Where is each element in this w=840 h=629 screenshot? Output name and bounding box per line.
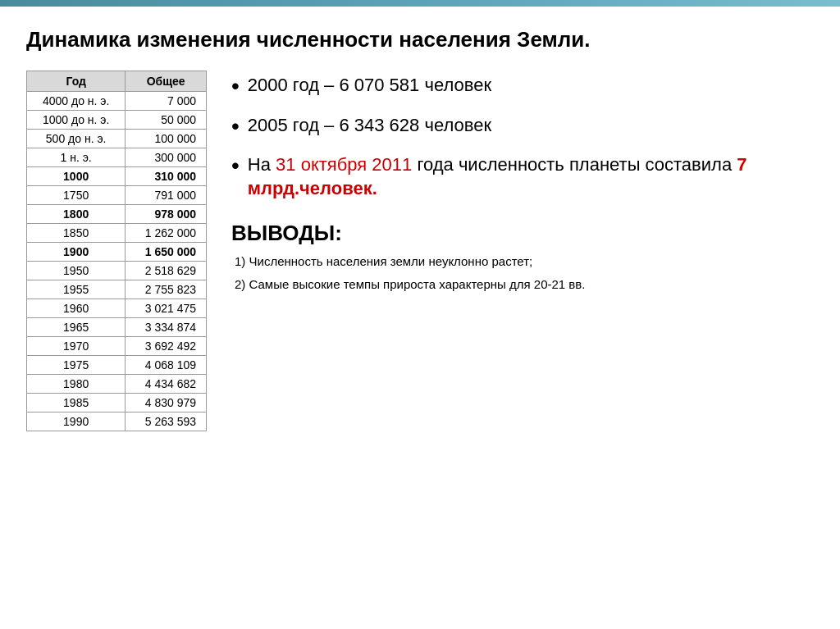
table-cell-value: 100 000 <box>126 129 207 148</box>
table-row: 1750791 000 <box>27 185 207 204</box>
table-cell-year: 1985 <box>27 393 126 412</box>
table-cell-year: 1000 до н. э. <box>27 110 126 129</box>
table-row: 1800978 000 <box>27 204 207 223</box>
table-row: 1 н. э.300 000 <box>27 148 207 166</box>
table-row: 19603 021 475 <box>27 299 207 317</box>
bullet-item-1: 2000 год – 6 070 581 человек <box>231 74 814 99</box>
table-row: 19905 263 593 <box>27 412 207 431</box>
table-row: 19754 068 109 <box>27 355 207 374</box>
table-cell-year: 1980 <box>27 374 126 393</box>
table-cell-year: 1950 <box>27 261 126 280</box>
table-cell-year: 1 н. э. <box>27 148 126 166</box>
table-cell-year: 1975 <box>27 355 126 374</box>
table-cell-value: 4 434 682 <box>126 374 207 393</box>
conclusion-item-2-text: 2) Самые высокие темпы прироста характер… <box>235 277 585 291</box>
table-cell-value: 4 830 979 <box>126 393 207 412</box>
table-cell-value: 2 755 823 <box>126 280 207 299</box>
conclusions-title: ВЫВОДЫ: <box>231 221 814 246</box>
table-cell-value: 978 000 <box>126 204 207 223</box>
table-cell-value: 310 000 <box>126 166 207 185</box>
table-row: 4000 до н. э.7 000 <box>27 91 207 110</box>
slide-container: Динамика изменения численности населения… <box>0 7 840 629</box>
table-cell-year: 1850 <box>27 223 126 242</box>
population-table: Год Общее 4000 до н. э.7 0001000 до н. э… <box>26 71 207 431</box>
table-cell-value: 300 000 <box>126 148 207 166</box>
bullet-item-2: 2005 год – 6 343 628 человек <box>231 114 814 139</box>
col-year-header: Год <box>27 71 126 91</box>
table-row: 19653 334 874 <box>27 317 207 336</box>
bullet-text-1: 2000 год – 6 070 581 человек <box>248 74 491 98</box>
table-cell-year: 1000 <box>27 166 126 185</box>
table-cell-value: 2 518 629 <box>126 261 207 280</box>
table-cell-year: 1970 <box>27 336 126 355</box>
table-cell-year: 4000 до н. э. <box>27 91 126 110</box>
table-row: 500 до н. э.100 000 <box>27 129 207 148</box>
table-cell-value: 3 334 874 <box>126 317 207 336</box>
bullet-item-3: На 31 октября 2011 года численность план… <box>231 153 814 200</box>
table-cell-year: 1965 <box>27 317 126 336</box>
top-bar <box>0 0 840 7</box>
conclusions-section: ВЫВОДЫ: 1) Численность населения земли н… <box>231 221 814 294</box>
table-row: 19804 434 682 <box>27 374 207 393</box>
table-cell-year: 1800 <box>27 204 126 223</box>
bullet3-red: 31 октября 2011 <box>276 154 412 175</box>
conclusions-list: 1) Численность населения земли неуклонно… <box>231 253 814 294</box>
table-row: 19502 518 629 <box>27 261 207 280</box>
table-cell-value: 791 000 <box>126 185 207 204</box>
content-area: Год Общее 4000 до н. э.7 0001000 до н. э… <box>26 71 814 431</box>
table-section: Год Общее 4000 до н. э.7 0001000 до н. э… <box>26 71 207 431</box>
bullet3-middle: года численность планеты составила <box>412 154 737 175</box>
table-cell-value: 3 021 475 <box>126 299 207 317</box>
table-cell-value: 5 263 593 <box>126 412 207 431</box>
table-row: 19854 830 979 <box>27 393 207 412</box>
table-cell-value: 3 692 492 <box>126 336 207 355</box>
bullet3-prefix: На <box>248 154 276 175</box>
right-section: 2000 год – 6 070 581 человек 2005 год – … <box>231 71 814 299</box>
table-cell-year: 1960 <box>27 299 126 317</box>
table-row: 19552 755 823 <box>27 280 207 299</box>
table-row: 19703 692 492 <box>27 336 207 355</box>
bullet-text-2: 2005 год – 6 343 628 человек <box>248 114 491 138</box>
table-cell-year: 1990 <box>27 412 126 431</box>
col-total-header: Общее <box>126 71 207 91</box>
page-title: Динамика изменения численности населения… <box>26 26 814 54</box>
table-cell-value: 4 068 109 <box>126 355 207 374</box>
table-cell-value: 7 000 <box>126 91 207 110</box>
bullet-text-3: На 31 октября 2011 года численность план… <box>248 153 814 200</box>
table-cell-year: 1955 <box>27 280 126 299</box>
table-row: 18501 262 000 <box>27 223 207 242</box>
table-cell-value: 1 262 000 <box>126 223 207 242</box>
bullet-list: 2000 год – 6 070 581 человек 2005 год – … <box>231 74 814 201</box>
conclusion-item-1: 1) Численность населения земли неуклонно… <box>231 253 814 271</box>
table-cell-value: 50 000 <box>126 110 207 129</box>
table-cell-value: 1 650 000 <box>126 242 207 261</box>
table-cell-year: 1900 <box>27 242 126 261</box>
table-cell-year: 500 до н. э. <box>27 129 126 148</box>
table-row: 19001 650 000 <box>27 242 207 261</box>
table-row: 1000310 000 <box>27 166 207 185</box>
table-row: 1000 до н. э.50 000 <box>27 110 207 129</box>
conclusion-item-2: 2) Самые высокие темпы прироста характер… <box>231 276 814 294</box>
table-cell-year: 1750 <box>27 185 126 204</box>
